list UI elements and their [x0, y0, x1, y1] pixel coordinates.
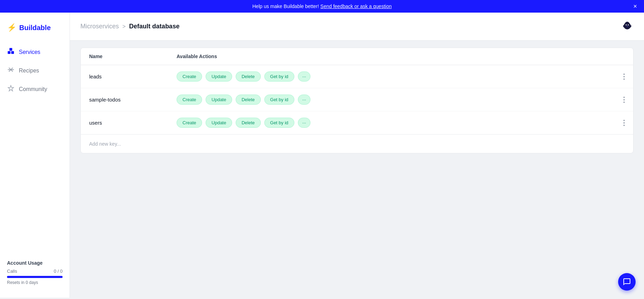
row-menu-sample-todos[interactable]	[611, 97, 625, 103]
add-new-key-row[interactable]: Add new key...	[81, 134, 633, 153]
add-new-key-label: Add new key...	[89, 141, 121, 147]
action-update-leads[interactable]: Update	[206, 71, 232, 82]
actions-cell-leads: Create Update Delete Get by id ···	[177, 71, 611, 82]
action-getbyid-users[interactable]: Get by id	[264, 118, 294, 128]
row-name-sample-todos: sample-todos	[89, 97, 177, 103]
breadcrumb-separator: >	[122, 23, 126, 30]
sidebar-item-recipes[interactable]: Recipes	[0, 61, 70, 80]
action-delete-leads[interactable]: Delete	[236, 71, 261, 82]
action-create-leads[interactable]: Create	[177, 71, 202, 82]
three-dots-icon-sample-todos	[623, 97, 625, 103]
sidebar-item-services[interactable]: Services	[0, 43, 70, 61]
logo-text: Buildable	[19, 24, 51, 32]
resets-text: Resets in 0 days	[7, 280, 63, 285]
action-update-sample-todos[interactable]: Update	[206, 95, 232, 105]
banner-close-button[interactable]: ×	[633, 3, 637, 9]
data-table: Name Available Actions leads Create Upda…	[80, 48, 634, 153]
action-delete-users[interactable]: Delete	[236, 118, 261, 128]
sidebar-item-community-label: Community	[19, 86, 47, 92]
table-header-row: Name Available Actions	[81, 48, 633, 65]
banner-link[interactable]: Send feedback or ask a question	[320, 4, 392, 9]
action-update-users[interactable]: Update	[206, 118, 232, 128]
table-row: sample-todos Create Update Delete Get by…	[81, 88, 633, 111]
community-icon	[7, 85, 15, 93]
action-getbyid-sample-todos[interactable]: Get by id	[264, 95, 294, 105]
chat-bubble-button[interactable]	[618, 273, 636, 291]
logo-bolt-icon: ⚡	[7, 23, 16, 32]
sidebar-item-community[interactable]: Community	[0, 80, 70, 98]
row-menu-users[interactable]	[611, 120, 625, 126]
three-dots-icon-users	[623, 120, 625, 126]
col-header-actions: Available Actions	[177, 54, 611, 59]
user-avatar[interactable]	[621, 19, 634, 34]
action-getbyid-leads[interactable]: Get by id	[264, 71, 294, 82]
services-icon	[7, 48, 15, 56]
table-container: Name Available Actions leads Create Upda…	[70, 41, 644, 298]
main-content: Microservices > Default database	[70, 13, 644, 298]
svg-rect-0	[8, 51, 10, 54]
logo[interactable]: ⚡ Buildable	[0, 20, 70, 43]
svg-point-11	[626, 26, 628, 27]
action-more-users[interactable]: ···	[298, 118, 311, 128]
svg-marker-6	[8, 85, 14, 91]
actions-cell-users: Create Update Delete Get by id ···	[177, 118, 611, 128]
account-usage-title: Account Usage	[7, 260, 63, 266]
action-more-leads[interactable]: ···	[298, 71, 311, 82]
calls-label: Calls	[7, 269, 17, 274]
sidebar-item-services-label: Services	[19, 49, 40, 55]
usage-progress-bar	[7, 276, 63, 278]
calls-value: 0 / 0	[54, 269, 63, 274]
breadcrumb: Microservices > Default database	[80, 23, 179, 30]
sidebar-item-recipes-label: Recipes	[19, 68, 39, 74]
col-header-name: Name	[89, 54, 177, 59]
action-more-sample-todos[interactable]: ···	[298, 95, 311, 105]
sidebar: ⚡ Buildable Services	[0, 13, 70, 298]
table-row: users Create Update Delete Get by id ···	[81, 111, 633, 134]
sidebar-nav: Services Recipes	[0, 43, 70, 255]
banner-text: Help us make Buildable better!	[252, 4, 319, 9]
account-usage: Account Usage Calls 0 / 0 Resets in 0 da…	[0, 255, 70, 291]
row-name-users: users	[89, 120, 177, 126]
actions-cell-sample-todos: Create Update Delete Get by id ···	[177, 95, 611, 105]
top-banner: Help us make Buildable better! Send feed…	[0, 0, 644, 13]
svg-point-10	[628, 25, 629, 26]
svg-rect-2	[9, 48, 12, 51]
table-row: leads Create Update Delete Get by id ···	[81, 65, 633, 88]
action-delete-sample-todos[interactable]: Delete	[236, 95, 261, 105]
three-dots-icon-leads	[623, 74, 625, 80]
main-header: Microservices > Default database	[70, 13, 644, 41]
action-create-sample-todos[interactable]: Create	[177, 95, 202, 105]
recipes-icon	[7, 66, 15, 75]
action-create-users[interactable]: Create	[177, 118, 202, 128]
usage-progress-fill	[7, 276, 63, 278]
row-name-leads: leads	[89, 74, 177, 79]
breadcrumb-parent[interactable]: Microservices	[80, 23, 119, 30]
breadcrumb-current: Default database	[129, 23, 179, 30]
svg-rect-1	[11, 51, 14, 54]
row-menu-leads[interactable]	[611, 74, 625, 80]
svg-point-9	[626, 25, 627, 26]
